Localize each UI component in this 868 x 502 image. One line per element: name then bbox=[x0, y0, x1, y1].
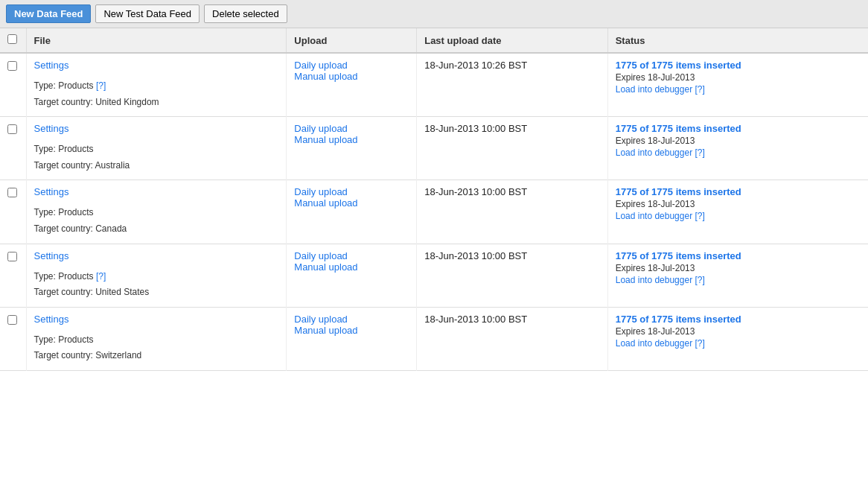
delete-selected-button[interactable]: Delete selected bbox=[204, 4, 287, 23]
type-label: Type: Products [?] bbox=[34, 78, 279, 95]
debugger-help-link-3[interactable]: [?] bbox=[695, 275, 704, 285]
manual-upload-link-0[interactable]: Manual upload bbox=[294, 71, 409, 82]
manual-upload-link-3[interactable]: Manual upload bbox=[294, 261, 409, 273]
type-label: Type: Products [?] bbox=[34, 269, 279, 285]
manual-upload-link-1[interactable]: Manual upload bbox=[294, 134, 409, 145]
status-expires-0: Expires 18-Jul-2013 bbox=[616, 72, 861, 83]
upload-column-header: Upload bbox=[287, 28, 417, 53]
checkbox-header bbox=[0, 28, 26, 53]
manual-upload-link-2[interactable]: Manual upload bbox=[294, 197, 409, 209]
type-label: Type: Products bbox=[34, 332, 279, 349]
type-help-link-3[interactable]: [?] bbox=[96, 271, 106, 282]
last-upload-date-cell: 18-Jun-2013 10:00 BST bbox=[417, 180, 608, 244]
status-expires-4: Expires 18-Jul-2013 bbox=[616, 326, 861, 337]
table-row: SettingsType: ProductsTarget country: Ca… bbox=[0, 180, 868, 244]
load-debugger-link-4[interactable]: Load into debugger bbox=[616, 338, 692, 349]
daily-upload-link-1[interactable]: Daily upload bbox=[294, 123, 409, 134]
table-row: SettingsType: ProductsTarget country: Sw… bbox=[0, 307, 868, 370]
settings-link-3[interactable]: Settings bbox=[34, 250, 279, 261]
status-debugger-3: Load into debugger [?] bbox=[616, 275, 861, 285]
row-checkbox-cell bbox=[0, 307, 26, 370]
last-upload-date-column-header: Last upload date bbox=[417, 28, 608, 53]
upload-cell: Daily uploadManual upload bbox=[287, 53, 417, 117]
manual-upload-link-4[interactable]: Manual upload bbox=[294, 325, 409, 336]
file-cell: SettingsType: ProductsTarget country: Ca… bbox=[26, 180, 287, 244]
table-row: SettingsType: Products [?]Target country… bbox=[0, 53, 868, 117]
status-debugger-2: Load into debugger [?] bbox=[616, 211, 861, 221]
file-cell: SettingsType: Products [?]Target country… bbox=[26, 53, 287, 117]
status-inserted-2: 1775 of 1775 items inserted bbox=[616, 186, 861, 197]
upload-cell: Daily uploadManual upload bbox=[287, 180, 417, 244]
row-checkbox-0[interactable] bbox=[7, 61, 17, 71]
last-upload-date-cell: 18-Jun-2013 10:00 BST bbox=[417, 307, 608, 370]
target-country-label: Target country: United Kingdom bbox=[34, 95, 279, 111]
load-debugger-link-2[interactable]: Load into debugger bbox=[616, 211, 692, 221]
load-debugger-link-1[interactable]: Load into debugger bbox=[616, 147, 692, 158]
load-debugger-link-0[interactable]: Load into debugger bbox=[616, 84, 692, 95]
row-checkbox-cell bbox=[0, 117, 26, 180]
settings-link-1[interactable]: Settings bbox=[34, 123, 279, 134]
type-label: Type: Products bbox=[34, 205, 279, 221]
type-label: Type: Products bbox=[34, 142, 279, 158]
upload-cell: Daily uploadManual upload bbox=[287, 244, 417, 307]
status-debugger-1: Load into debugger [?] bbox=[616, 147, 861, 158]
target-country-label: Target country: Canada bbox=[34, 221, 279, 238]
daily-upload-link-0[interactable]: Daily upload bbox=[294, 60, 409, 71]
settings-link-0[interactable]: Settings bbox=[34, 60, 279, 71]
table-header-row: File Upload Last upload date Status bbox=[0, 28, 868, 53]
table-row: SettingsType: Products [?]Target country… bbox=[0, 244, 868, 307]
daily-upload-link-3[interactable]: Daily upload bbox=[294, 250, 409, 261]
type-help-link-0[interactable]: [?] bbox=[96, 80, 106, 91]
status-inserted-4: 1775 of 1775 items inserted bbox=[616, 314, 861, 325]
file-cell: SettingsType: Products [?]Target country… bbox=[26, 244, 287, 307]
target-country-label: Target country: United States bbox=[34, 285, 279, 301]
last-upload-date-cell: 18-Jun-2013 10:26 BST bbox=[417, 53, 608, 117]
file-column-header: File bbox=[26, 28, 287, 53]
row-checkbox-cell bbox=[0, 53, 26, 117]
upload-cell: Daily uploadManual upload bbox=[287, 117, 417, 180]
status-column-header: Status bbox=[607, 28, 868, 53]
debugger-help-link-1[interactable]: [?] bbox=[695, 147, 704, 158]
target-country-label: Target country: Switzerland bbox=[34, 348, 279, 364]
last-upload-date-cell: 18-Jun-2013 10:00 BST bbox=[417, 117, 608, 180]
table-row: SettingsType: ProductsTarget country: Au… bbox=[0, 117, 868, 180]
status-inserted-3: 1775 of 1775 items inserted bbox=[616, 250, 861, 261]
daily-upload-link-2[interactable]: Daily upload bbox=[294, 186, 409, 197]
debugger-help-link-4[interactable]: [?] bbox=[695, 338, 704, 349]
status-expires-3: Expires 18-Jul-2013 bbox=[616, 263, 861, 273]
status-debugger-4: Load into debugger [?] bbox=[616, 338, 861, 349]
file-cell: SettingsType: ProductsTarget country: Au… bbox=[26, 117, 287, 180]
data-feeds-table: File Upload Last upload date Status Sett… bbox=[0, 28, 868, 371]
status-cell: 1775 of 1775 items insertedExpires 18-Ju… bbox=[607, 53, 868, 117]
row-checkbox-4[interactable] bbox=[7, 315, 17, 325]
load-debugger-link-3[interactable]: Load into debugger bbox=[616, 275, 692, 285]
row-checkbox-3[interactable] bbox=[7, 252, 17, 261]
upload-cell: Daily uploadManual upload bbox=[287, 307, 417, 370]
status-cell: 1775 of 1775 items insertedExpires 18-Ju… bbox=[607, 307, 868, 370]
status-cell: 1775 of 1775 items insertedExpires 18-Ju… bbox=[607, 117, 868, 180]
target-country-label: Target country: Australia bbox=[34, 158, 279, 174]
new-data-feed-button[interactable]: New Data Feed bbox=[6, 4, 91, 23]
row-checkbox-1[interactable] bbox=[7, 124, 17, 134]
status-cell: 1775 of 1775 items insertedExpires 18-Ju… bbox=[607, 244, 868, 307]
status-inserted-0: 1775 of 1775 items inserted bbox=[616, 60, 861, 71]
row-checkbox-cell bbox=[0, 180, 26, 244]
status-inserted-1: 1775 of 1775 items inserted bbox=[616, 123, 861, 134]
select-all-checkbox[interactable] bbox=[7, 34, 17, 44]
toolbar: New Data Feed New Test Data Feed Delete … bbox=[0, 0, 868, 28]
new-test-data-feed-button[interactable]: New Test Data Feed bbox=[95, 4, 200, 23]
last-upload-date-cell: 18-Jun-2013 10:00 BST bbox=[417, 244, 608, 307]
status-expires-1: Expires 18-Jul-2013 bbox=[616, 136, 861, 146]
status-debugger-0: Load into debugger [?] bbox=[616, 84, 861, 95]
debugger-help-link-2[interactable]: [?] bbox=[695, 211, 704, 221]
daily-upload-link-4[interactable]: Daily upload bbox=[294, 314, 409, 325]
debugger-help-link-0[interactable]: [?] bbox=[695, 84, 704, 95]
settings-link-2[interactable]: Settings bbox=[34, 186, 279, 197]
file-cell: SettingsType: ProductsTarget country: Sw… bbox=[26, 307, 287, 370]
status-expires-2: Expires 18-Jul-2013 bbox=[616, 199, 861, 209]
status-cell: 1775 of 1775 items insertedExpires 18-Ju… bbox=[607, 180, 868, 244]
settings-link-4[interactable]: Settings bbox=[34, 314, 279, 325]
row-checkbox-cell bbox=[0, 244, 26, 307]
row-checkbox-2[interactable] bbox=[7, 188, 17, 197]
